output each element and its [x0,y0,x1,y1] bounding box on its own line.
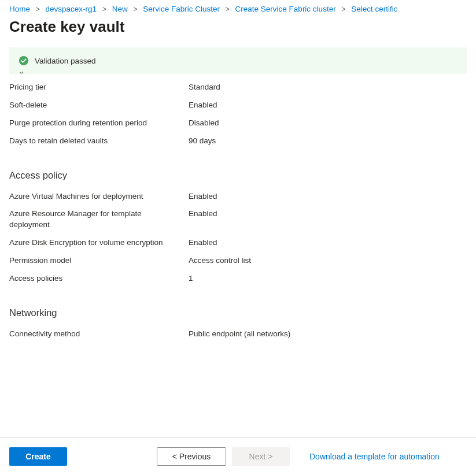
row-soft-delete: Soft-delete Enabled [9,97,467,114]
row-region-cutoff: Region East US [9,72,467,79]
crumb-select-certificate[interactable]: Select certific [351,5,397,13]
row-retain-days: Days to retain deleted vaults 90 days [9,132,467,150]
row-key: Azure Disk Encryption for volume encrypt… [9,238,189,248]
row-pricing-tier: Pricing tier Standard [9,79,467,97]
row-key: Azure Virtual Machines for deployment [9,191,189,202]
row-key: Connectivity method [9,329,189,340]
download-template-link[interactable]: Download a template for automation [309,452,440,461]
row-value: Enabled [189,238,217,248]
row-key: Days to retain deleted vaults [9,136,189,147]
row-value: 90 days [189,136,216,147]
chevron-right-icon: > [102,5,106,13]
row-value: Standard [189,82,220,93]
row-key: Access policies [9,273,189,284]
row-value: Enabled [189,191,217,202]
row-key: Azure Resource Manager for template depl… [9,209,189,231]
row-key: Permission model [9,255,189,266]
row-value: Access control list [189,255,251,266]
crumb-home[interactable]: Home [9,5,30,13]
section-access-policy: Access policy [9,170,467,181]
page-title: Create key vault [0,14,476,47]
row-value: Public endpoint (all networks) [189,329,290,340]
footer-bar: Create < Previous Next > Download a temp… [0,437,476,475]
crumb-new[interactable]: New [112,5,128,13]
validation-banner: Validation passed [9,47,467,74]
row-key: Soft-delete [9,100,189,111]
row-key: Pricing tier [9,82,189,93]
row-disk-encryption: Azure Disk Encryption for volume encrypt… [9,234,467,252]
row-key: Region [9,72,189,73]
row-connectivity-method: Connectivity method Public endpoint (all… [9,325,467,343]
crumb-create-service-fabric-cluster[interactable]: Create Service Fabric cluster [235,5,336,13]
chevron-right-icon: > [36,5,40,13]
row-avm-deployment: Azure Virtual Machines for deployment En… [9,188,467,206]
chevron-right-icon: > [133,5,137,13]
row-access-policies: Access policies 1 [9,270,467,288]
row-value: Enabled [189,100,217,111]
review-content: Region East US Pricing tier Standard Sof… [0,72,476,343]
row-value: Disabled [189,118,219,129]
row-permission-model: Permission model Access control list [9,252,467,270]
create-button[interactable]: Create [9,447,67,466]
next-button: Next > [232,447,290,466]
chevron-right-icon: > [226,5,230,13]
validation-message: Validation passed [35,57,96,65]
section-networking: Networking [9,307,467,318]
previous-button[interactable]: < Previous [157,447,226,466]
row-value: 1 [189,273,193,284]
row-key: Purge protection during retention period [9,118,189,129]
success-check-icon [19,55,29,66]
row-value: East US [189,72,217,73]
chevron-right-icon: > [341,5,345,13]
row-value: Enabled [189,209,217,220]
crumb-service-fabric-cluster[interactable]: Service Fabric Cluster [143,5,220,13]
crumb-resource-group[interactable]: devspacex-rg1 [46,5,97,13]
breadcrumb: Home > devspacex-rg1 > New > Service Fab… [0,0,476,14]
row-purge-protection: Purge protection during retention period… [9,114,467,132]
row-arm-template: Azure Resource Manager for template depl… [9,205,467,234]
